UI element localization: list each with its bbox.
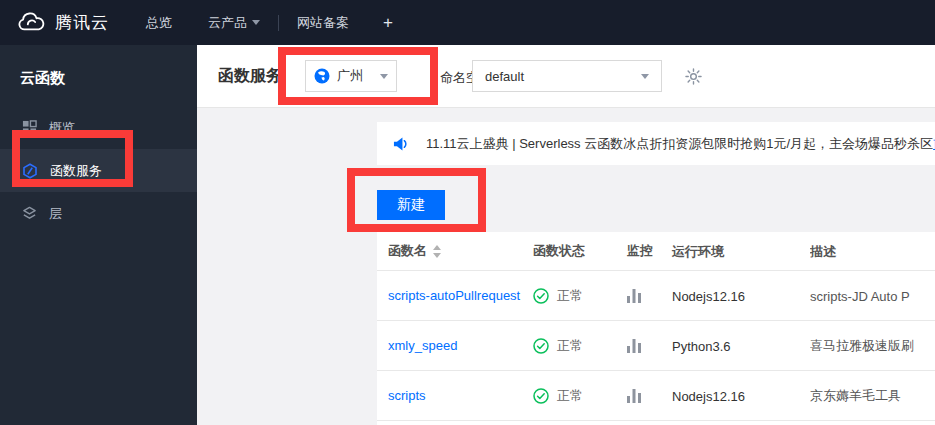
sidebar-item-layers[interactable]: 层 xyxy=(0,192,197,235)
layers-icon xyxy=(22,206,37,221)
description-text: 喜马拉雅极速版刷 xyxy=(810,338,914,353)
add-tab-button[interactable]: + xyxy=(367,13,409,33)
promo-banner: 11.11云上盛典 | Serverless 云函数冰点折扣资源包限时抢购1元/… xyxy=(377,122,935,165)
nav-item-icp-filing[interactable]: 网站备案 xyxy=(279,0,367,45)
function-name-link[interactable]: scripts xyxy=(388,388,426,403)
cloud-logo-icon xyxy=(16,12,46,34)
status-ok-icon xyxy=(533,288,549,304)
namespace-selector[interactable]: default xyxy=(472,60,662,92)
col-header-desc: 描述 xyxy=(810,244,836,259)
function-table: 函数名 函数状态 监控 运行环境 描述 scripts-autoPullrequ… xyxy=(377,232,935,425)
description-text: scripts-JD Auto P xyxy=(810,289,910,304)
function-name-link[interactable]: xmly_speed xyxy=(388,338,457,353)
col-header-runtime: 运行环境 xyxy=(672,244,724,259)
nav-overview-label: 总览 xyxy=(146,14,172,32)
function-name-link[interactable]: scripts-autoPullrequest xyxy=(388,288,520,303)
table-row: xmly_speed 正常 xyxy=(377,320,935,370)
sidebar-title: 云函数 xyxy=(0,45,197,106)
megaphone-icon xyxy=(393,136,410,152)
description-text: 京东薅羊毛工具 xyxy=(810,388,901,403)
annotation-box-region xyxy=(278,47,438,105)
nav-cloud-products-label: 云产品 xyxy=(208,14,247,32)
runtime-text: Python3.6 xyxy=(672,339,731,354)
table-row-partial xyxy=(377,420,935,425)
status-ok-icon xyxy=(533,338,549,354)
gear-icon[interactable] xyxy=(685,68,702,85)
runtime-text: Nodejs12.16 xyxy=(672,389,745,404)
table-row: scripts 正常 xyxy=(377,370,935,420)
monitor-chart-icon[interactable] xyxy=(627,389,642,403)
brand-name: 腾讯云 xyxy=(55,11,109,34)
topbar: 腾讯云 总览 云产品 网站备案 + xyxy=(0,0,935,45)
topbar-nav: 总览 云产品 网站备案 + xyxy=(128,0,409,45)
annotation-box-function-service xyxy=(12,130,133,187)
namespace-value: default xyxy=(485,69,524,84)
nav-icp-filing-label: 网站备案 xyxy=(297,14,349,32)
status-text: 正常 xyxy=(557,337,583,355)
chevron-down-icon xyxy=(252,20,260,25)
chevron-down-icon xyxy=(641,74,649,79)
brand-logo[interactable]: 腾讯云 xyxy=(0,11,128,34)
sort-icon[interactable] xyxy=(433,245,441,258)
nav-item-cloud-products[interactable]: 云产品 xyxy=(190,0,278,45)
sidebar: 云函数 概览 函数服务 xyxy=(0,45,197,425)
runtime-text: Nodejs12.16 xyxy=(672,289,745,304)
monitor-chart-icon[interactable] xyxy=(627,289,642,303)
col-header-name[interactable]: 函数名 xyxy=(388,242,427,260)
table-row: scripts-autoPullrequest 正常 xyxy=(377,270,935,320)
col-header-monitor: 监控 xyxy=(627,242,653,260)
annotation-box-create-button xyxy=(347,168,486,232)
monitor-chart-icon[interactable] xyxy=(627,339,642,353)
nav-item-overview[interactable]: 总览 xyxy=(128,0,190,45)
table-header-row: 函数名 函数状态 监控 运行环境 描述 xyxy=(377,232,935,270)
app-window: 腾讯云 总览 云产品 网站备案 + 云函数 xyxy=(0,0,935,425)
banner-text: 11.11云上盛典 | Serverless 云函数冰点折扣资源包限时抢购1元/… xyxy=(426,135,933,153)
sidebar-item-label: 层 xyxy=(49,205,62,223)
col-header-status: 函数状态 xyxy=(533,242,585,260)
status-text: 正常 xyxy=(557,387,583,405)
status-text: 正常 xyxy=(557,287,583,305)
page-title: 函数服务 xyxy=(218,66,282,87)
status-ok-icon xyxy=(533,388,549,404)
